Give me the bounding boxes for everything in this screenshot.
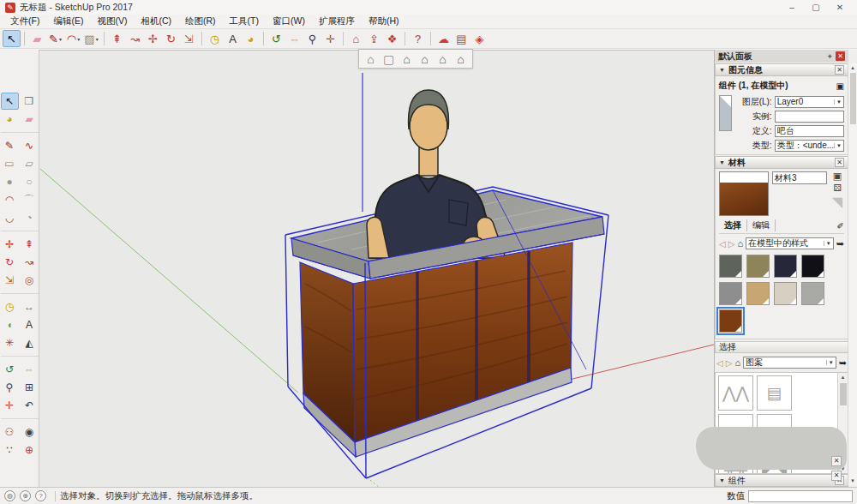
tool-view-back-button[interactable]: ⌂ xyxy=(434,51,452,68)
tool-follow-me-button[interactable]: ↝ xyxy=(126,30,144,47)
tool-section-plane-button[interactable]: ⊕ xyxy=(21,441,39,459)
tool-pie-button[interactable]: ◔ xyxy=(21,209,39,226)
geolocation-icon[interactable]: ◍ xyxy=(4,490,15,501)
tool-3d-text-button[interactable]: ◭ xyxy=(21,334,39,351)
tool-look-around-button[interactable]: ◉ xyxy=(21,423,39,441)
menu-item-8[interactable]: 帮助(H) xyxy=(362,15,406,28)
tool-line-button[interactable]: ✎ xyxy=(1,137,19,154)
tool-two-point-arc-button[interactable]: ⌒ xyxy=(21,191,39,208)
material-swatch-0[interactable] xyxy=(719,255,742,278)
menu-item-7[interactable]: 扩展程序 xyxy=(312,15,362,28)
tool-scale-button[interactable]: ⇲ xyxy=(180,30,198,47)
close-button[interactable]: ✕ xyxy=(828,3,852,12)
tool-view-left-button[interactable]: ⌂ xyxy=(452,51,470,68)
details-arrow-icon[interactable]: ➥ xyxy=(839,357,847,369)
tray-close-button[interactable]: ✕ xyxy=(836,51,845,61)
tool-arcs-button[interactable]: ◠▾ xyxy=(64,30,82,47)
tool-follow-me-button[interactable]: ↝ xyxy=(21,254,39,271)
field-input[interactable] xyxy=(775,111,844,123)
tool-circle-button[interactable]: ● xyxy=(1,173,19,190)
scroll-up-icon[interactable]: ▲ xyxy=(841,373,846,381)
scrollbar-thumb[interactable] xyxy=(850,73,856,124)
material-name-input[interactable]: 材料3 xyxy=(772,171,827,184)
tool-scale-button[interactable]: ⇲ xyxy=(1,272,19,289)
tool-freehand-button[interactable]: ∿ xyxy=(21,137,39,154)
chevron-down-icon[interactable]: ▾ xyxy=(96,36,99,42)
menu-item-3[interactable]: 相机(C) xyxy=(134,15,178,28)
collapse-icon[interactable]: ▼ xyxy=(719,67,725,73)
collapse-icon[interactable]: ▼ xyxy=(719,159,725,165)
tool-view-front-button[interactable]: ⌂ xyxy=(398,51,416,68)
claim-credit-icon[interactable]: ⊕ xyxy=(20,490,31,501)
forward-arrow-icon[interactable]: ▷ xyxy=(726,358,733,368)
tool-rotate-button[interactable]: ↻ xyxy=(1,254,19,271)
tool-trimble-connect-button[interactable]: ☁ xyxy=(434,30,452,47)
tool-polygon-button[interactable]: ○ xyxy=(21,173,39,190)
tool-zoom-extents-button[interactable]: ✛ xyxy=(1,397,19,414)
tool-paint-bucket-button[interactable]: ◕ xyxy=(242,30,260,47)
tray-title-bar[interactable]: 默认面板 ✦ ✕ xyxy=(715,50,848,63)
scrollbar-thumb[interactable] xyxy=(840,383,847,405)
chevron-down-icon[interactable]: ▾ xyxy=(59,36,62,42)
details-arrow-icon[interactable]: ➥ xyxy=(836,238,844,249)
create-material-icon[interactable]: ⚄ xyxy=(833,183,842,193)
pin-icon[interactable]: ✦ xyxy=(826,52,833,61)
tool-dimension-button[interactable]: ↔ xyxy=(21,298,39,315)
pattern-collection-dropdown[interactable]: 图案 ▼ xyxy=(743,357,836,369)
tool-extension-warehouse-button[interactable]: ◈ xyxy=(470,30,488,47)
material-swatch-5[interactable] xyxy=(746,282,770,305)
tool-make-component-button[interactable]: ❒ xyxy=(21,93,39,110)
tool-pan-button[interactable]: ⇔ xyxy=(285,30,303,47)
scroll-down-icon[interactable]: ▼ xyxy=(850,477,855,485)
tool-axes-button[interactable]: ✳ xyxy=(1,334,19,351)
tool-line-button[interactable]: ✎▾ xyxy=(46,30,64,47)
materials-header[interactable]: ▼ 材料 ✕ xyxy=(715,156,848,169)
tool-protractor-button[interactable]: ◖ xyxy=(1,316,19,333)
collapsed-panel-header[interactable]: ▼ 组件 ✕ xyxy=(715,474,848,487)
tool-zoom-window-button[interactable]: ⊞ xyxy=(21,379,39,396)
scroll-up-icon[interactable]: ▲ xyxy=(850,63,855,72)
tool-share-component-button[interactable]: ❖ xyxy=(383,30,401,47)
tool-view-top-button[interactable]: ▢ xyxy=(380,51,398,68)
entity-info-header[interactable]: ▼ 图元信息 ✕ xyxy=(715,63,848,76)
help-icon[interactable]: ? xyxy=(35,490,46,501)
tool-paint-bucket-button[interactable]: ◕ xyxy=(1,111,19,128)
in-model-icon[interactable]: ⌂ xyxy=(734,357,740,368)
viewport-3d[interactable] xyxy=(39,50,714,487)
menu-item-2[interactable]: 视图(V) xyxy=(90,15,134,28)
in-model-icon[interactable]: ⌂ xyxy=(737,238,743,249)
tool-eraser-button[interactable]: ▰ xyxy=(28,30,46,47)
tool-view-iso-button[interactable]: ⌂ xyxy=(362,51,380,68)
material-swatch-1[interactable] xyxy=(746,255,770,278)
tool-3d-warehouse-button[interactable]: ⌂ xyxy=(347,30,365,47)
display-secondary-pane-icon[interactable]: ▣ xyxy=(833,171,842,181)
toggle-pane-icon[interactable]: ▣ xyxy=(836,81,844,91)
tool-rotated-rectangle-button[interactable]: ▱ xyxy=(21,155,39,172)
pattern-brick-wall[interactable]: ▤ xyxy=(757,375,792,411)
tool-send-to-layout-button[interactable]: ▤ xyxy=(452,30,470,47)
set-default-material-icon[interactable]: ◥ xyxy=(832,195,842,209)
material-collection-dropdown[interactable]: 在模型中的样式 ▼ xyxy=(746,237,834,249)
field-input[interactable]: 吧台 xyxy=(775,125,844,137)
tool-pan-button[interactable]: ⇔ xyxy=(21,361,39,378)
viewport-scene[interactable] xyxy=(39,51,714,488)
minimize-button[interactable]: – xyxy=(780,3,804,12)
collapse-icon[interactable]: ▼ xyxy=(719,477,725,483)
panel-close-button[interactable]: ✕ xyxy=(831,456,842,466)
tool-push-pull-button[interactable]: ⇞ xyxy=(21,236,39,253)
tool-tape-measure-button[interactable]: ◷ xyxy=(206,30,224,47)
maximize-button[interactable]: ▢ xyxy=(804,3,828,12)
tool-position-camera-button[interactable]: ⚇ xyxy=(1,423,19,441)
tool-view-right-button[interactable]: ⌂ xyxy=(416,51,434,68)
entity-info-close-button[interactable]: ✕ xyxy=(835,65,844,75)
tab-编辑[interactable]: 编辑 xyxy=(747,219,776,231)
material-swatch-7[interactable] xyxy=(801,282,824,305)
tool-help-center-button[interactable]: ? xyxy=(409,30,427,47)
tool-walk-button[interactable]: ∵ xyxy=(1,441,19,459)
tool-zoom-button[interactable]: ⚲ xyxy=(303,30,321,47)
material-swatch-4[interactable] xyxy=(719,282,742,305)
tool-rectangle-button[interactable]: ▭ xyxy=(1,155,19,172)
back-arrow-icon[interactable]: ◁ xyxy=(716,358,723,368)
tool-move-button[interactable]: ✢ xyxy=(144,30,162,47)
tool-rotate-button[interactable]: ↻ xyxy=(162,30,180,47)
